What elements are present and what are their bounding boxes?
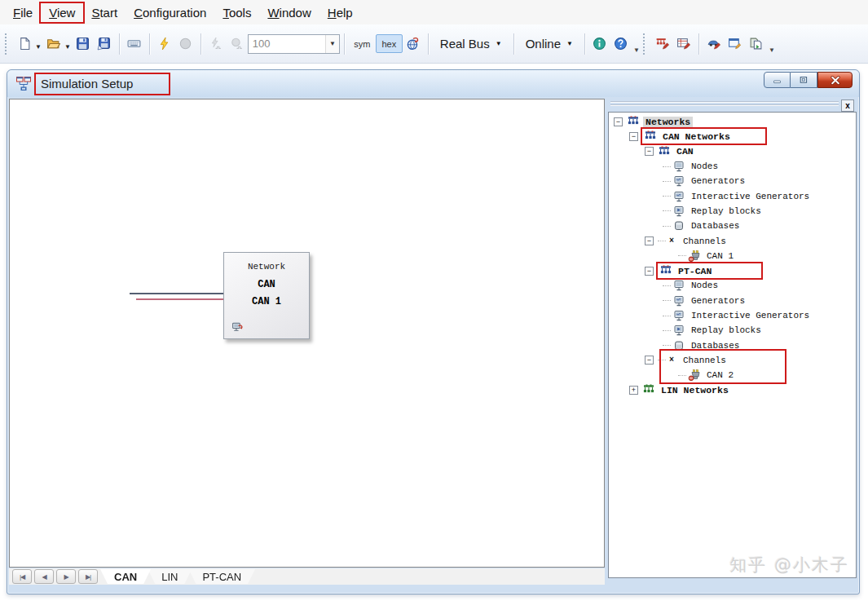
networks-panel: x −Networks−CAN Networks−CANNodesGenerat…: [608, 99, 857, 578]
channels-x-icon: ×: [668, 236, 676, 245]
tree-item-label[interactable]: Replay blocks: [689, 325, 764, 335]
tree-item-label[interactable]: PT-CAN: [676, 266, 714, 276]
save-icon[interactable]: [73, 33, 94, 55]
minimize-button[interactable]: [764, 72, 791, 88]
menu-item-help[interactable]: Help: [319, 3, 361, 22]
tree-item-can-networks[interactable]: −CAN Networks: [609, 129, 856, 144]
tab-can[interactable]: CAN: [100, 569, 151, 584]
tree-item-can-1[interactable]: CAN 1: [609, 249, 856, 263]
tree-item-can[interactable]: −CAN: [609, 144, 856, 159]
menu-item-file[interactable]: File: [5, 3, 41, 22]
online-offline-globe-icon[interactable]: [403, 33, 424, 55]
expander-plus-icon[interactable]: +: [629, 386, 638, 395]
tree-item-generators[interactable]: Generators: [609, 294, 856, 308]
restore-button[interactable]: [791, 72, 817, 88]
panel-header[interactable]: x: [610, 99, 855, 110]
hex-toggle-button[interactable]: hex: [376, 34, 403, 53]
tree-item-label[interactable]: Generators: [689, 176, 747, 186]
tree-item-channels[interactable]: −×Channels: [609, 353, 856, 368]
info-icon[interactable]: [589, 33, 610, 55]
toolbar-overflow-button[interactable]: ▼: [632, 33, 641, 55]
panel-editor-icon[interactable]: [725, 33, 746, 55]
tree-item-label[interactable]: Interactive Generators: [689, 192, 812, 201]
chevron-down-icon[interactable]: ▼: [35, 43, 42, 51]
expander-minus-icon[interactable]: −: [645, 356, 654, 365]
expander-minus-icon[interactable]: −: [629, 132, 638, 141]
tab-nav-prev-button[interactable]: ◀: [34, 569, 54, 584]
open-file-icon[interactable]: [43, 33, 64, 55]
tab-lin[interactable]: LIN: [148, 569, 192, 584]
node-editor-icon[interactable]: [703, 33, 725, 55]
panel-close-button[interactable]: x: [841, 99, 854, 112]
menu-item-configuration[interactable]: Configuration: [126, 3, 214, 22]
tree-item-label[interactable]: CAN: [674, 146, 696, 157]
new-document-icon[interactable]: [14, 33, 35, 55]
tree-item-can-2[interactable]: CAN 2: [609, 368, 856, 382]
tree-item-label[interactable]: Databases: [689, 221, 742, 231]
toolbar-grip[interactable]: [5, 33, 10, 55]
tree-item-databases[interactable]: Databases: [609, 338, 856, 352]
tree-item-label[interactable]: Databases: [689, 341, 742, 351]
menu-item-tools[interactable]: Tools: [214, 3, 259, 22]
tree-item-interactive-generators[interactable]: Interactive Generators: [609, 188, 856, 203]
save-as-icon[interactable]: [94, 33, 115, 55]
tree-item-pt-can[interactable]: −PT-CAN: [609, 263, 856, 278]
can-network-icon: [658, 145, 671, 158]
network-editor-icon[interactable]: [652, 33, 673, 55]
menu-item-start[interactable]: Start: [83, 3, 126, 22]
can-network-icon: [627, 115, 640, 128]
chevron-down-icon[interactable]: ▼: [325, 35, 339, 53]
tab-nav-last-button[interactable]: ▶|: [78, 569, 98, 584]
toolbar-grip[interactable]: [643, 33, 648, 55]
combobox-value: 100: [253, 38, 271, 50]
tree-item-label[interactable]: Channels: [681, 356, 729, 365]
expander-minus-icon[interactable]: −: [645, 267, 654, 276]
tab-nav-next-button[interactable]: ▶: [56, 569, 76, 584]
copy-configuration-icon[interactable]: [746, 33, 767, 55]
animation-factor-combobox[interactable]: 100▼: [248, 34, 340, 54]
network-block-can1[interactable]: Network CAN CAN 1: [223, 252, 310, 339]
tree-item-networks[interactable]: −Networks: [609, 114, 856, 129]
menu-item-view[interactable]: View: [41, 3, 83, 22]
tree-item-label[interactable]: Nodes: [689, 281, 720, 290]
tree-item-databases[interactable]: Databases: [609, 219, 856, 233]
tree-item-replay-blocks[interactable]: Replay blocks: [609, 204, 856, 219]
expander-minus-icon[interactable]: −: [645, 236, 654, 245]
tree-item-label[interactable]: Channels: [681, 236, 729, 246]
tree-item-replay-blocks[interactable]: Replay blocks: [609, 323, 856, 338]
expander-minus-icon[interactable]: −: [645, 147, 654, 156]
tree-item-label[interactable]: Replay blocks: [689, 206, 764, 216]
real-bus-dropdown-button[interactable]: Real Bus▼: [433, 33, 509, 55]
tree-item-generators[interactable]: Generators: [609, 174, 856, 188]
title-bar[interactable]: Simulation Setup: [7, 70, 859, 97]
tree-item-label[interactable]: CAN Networks: [660, 131, 733, 142]
tree-item-label[interactable]: LIN Networks: [659, 385, 731, 396]
sym-toggle-button[interactable]: sym: [349, 34, 376, 53]
expander-minus-icon[interactable]: −: [614, 117, 623, 126]
tree-item-nodes[interactable]: Nodes: [609, 159, 856, 174]
simulation-canvas[interactable]: Network CAN CAN 1: [9, 99, 605, 568]
tree-item-interactive-generators[interactable]: Interactive Generators: [609, 308, 856, 323]
toolbar-overflow-button[interactable]: ▼: [767, 33, 777, 55]
online-dropdown-button[interactable]: Online▼: [518, 33, 580, 55]
close-button[interactable]: [817, 72, 853, 88]
tree-item-channels[interactable]: −×Channels: [609, 233, 856, 248]
generator-monitor-icon: [672, 294, 685, 307]
networks-tree: −Networks−CAN Networks−CANNodesGenerator…: [608, 112, 857, 578]
tab-pt-can[interactable]: PT-CAN: [188, 569, 255, 584]
tree-item-label[interactable]: Interactive Generators: [689, 311, 812, 320]
tree-item-nodes[interactable]: Nodes: [609, 278, 856, 293]
tree-item-label[interactable]: CAN 2: [704, 370, 736, 380]
keyboard-icon[interactable]: [124, 33, 145, 55]
menu-item-window[interactable]: Window: [259, 3, 319, 22]
tree-item-label[interactable]: Nodes: [689, 161, 720, 171]
help-icon[interactable]: [610, 33, 632, 55]
tab-nav-first-button[interactable]: |◀: [12, 569, 32, 584]
tree-item-label[interactable]: Generators: [689, 296, 747, 306]
tree-item-label[interactable]: CAN 1: [704, 251, 736, 261]
tree-item-lin-networks[interactable]: +LIN Networks: [609, 382, 856, 397]
message-editor-icon[interactable]: [673, 33, 694, 55]
start-measurement-icon[interactable]: [154, 33, 175, 55]
tree-item-label[interactable]: Networks: [643, 117, 693, 127]
chevron-down-icon[interactable]: ▼: [64, 43, 71, 51]
